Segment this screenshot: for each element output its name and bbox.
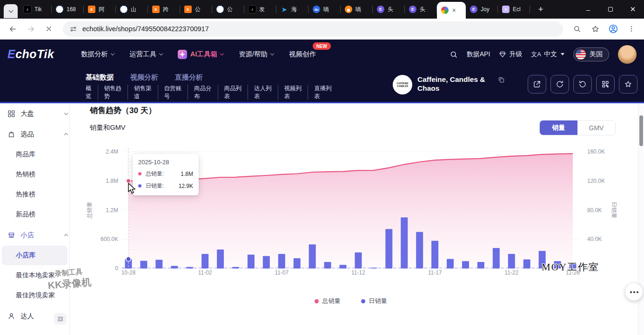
minimize-button[interactable]: – bbox=[577, 0, 599, 19]
subnav-item[interactable]: 商品列表 bbox=[218, 85, 248, 100]
daily-sales-bar[interactable] bbox=[401, 217, 408, 268]
subnav-item[interactable]: 商品分布 bbox=[188, 85, 218, 100]
browser-tab[interactable]: E头 bbox=[373, 0, 405, 19]
browser-tab[interactable]: E阿 bbox=[84, 0, 116, 19]
bookmark-button[interactable] bbox=[587, 21, 603, 37]
close-button[interactable]: ✕ bbox=[622, 0, 644, 19]
tab-视频分析[interactable]: 视频分析 bbox=[130, 73, 158, 82]
browser-tab[interactable]: 嘀 bbox=[341, 0, 373, 19]
legend-item-总销量[interactable]: 总销量 bbox=[315, 297, 341, 305]
zoom-button[interactable] bbox=[569, 21, 585, 37]
daily-sales-bar[interactable] bbox=[416, 232, 423, 268]
region-selector[interactable]: 美国 bbox=[573, 47, 609, 61]
browser-tab[interactable]: ✕ bbox=[437, 2, 466, 19]
user-avatar[interactable] bbox=[618, 45, 637, 64]
browser-tab[interactable]: du嘀 bbox=[309, 0, 341, 19]
daily-sales-bar[interactable] bbox=[385, 229, 392, 268]
sidebar-item-选品[interactable]: 选品 bbox=[0, 124, 76, 144]
subnav-item[interactable]: 达人列表 bbox=[248, 85, 278, 100]
daily-sales-bar[interactable] bbox=[140, 261, 147, 268]
tab-基础数据[interactable]: 基础数据 bbox=[86, 73, 114, 82]
data-api-link[interactable]: 数据API bbox=[467, 50, 490, 59]
sidebar-collapse-button[interactable] bbox=[54, 313, 67, 325]
browser-tab[interactable]: EJoy bbox=[466, 0, 498, 19]
daily-sales-bar[interactable] bbox=[186, 267, 193, 268]
url-text[interactable]: echotik.live/shops/7495500842223700917 bbox=[82, 25, 209, 33]
daily-sales-bar[interactable] bbox=[370, 268, 377, 268]
favorite-button[interactable] bbox=[619, 75, 637, 94]
daily-sales-bar[interactable] bbox=[324, 262, 331, 268]
tab-直播分析[interactable]: 直播分析 bbox=[175, 73, 203, 82]
nav-item[interactable]: AI工具箱 bbox=[178, 50, 223, 59]
daily-sales-bar[interactable] bbox=[232, 267, 239, 268]
tab-search-button[interactable] bbox=[4, 4, 18, 18]
daily-sales-bar[interactable] bbox=[201, 254, 208, 268]
sidebar-item-小店[interactable]: 小店 bbox=[0, 225, 76, 245]
browser-tab[interactable]: 公 bbox=[212, 0, 244, 19]
daily-sales-bar[interactable] bbox=[309, 244, 316, 268]
browser-tab[interactable]: ♪Tik bbox=[20, 0, 52, 19]
more-actions-button[interactable] bbox=[625, 283, 643, 301]
daily-sales-bar[interactable] bbox=[447, 259, 454, 268]
stop-loading-button[interactable] bbox=[41, 21, 57, 37]
subnav-item[interactable]: 销售趋势 bbox=[98, 85, 128, 100]
scrollbar-thumb[interactable] bbox=[639, 115, 643, 146]
browser-tab[interactable]: ◊Ecl bbox=[498, 0, 530, 19]
site-info-icon[interactable] bbox=[69, 25, 77, 33]
language-selector[interactable]: 文A中文 bbox=[531, 50, 564, 59]
subnav-item[interactable]: 自营账号 bbox=[158, 85, 188, 100]
daily-sales-bar[interactable] bbox=[248, 255, 255, 268]
forward-button[interactable] bbox=[23, 21, 39, 37]
daily-sales-bar[interactable] bbox=[523, 259, 530, 268]
page-scrollbar[interactable] bbox=[638, 103, 644, 335]
nav-item[interactable]: 视频创作NEW bbox=[289, 50, 316, 59]
daily-sales-bar[interactable] bbox=[263, 256, 270, 268]
refresh-button[interactable] bbox=[550, 75, 569, 94]
qr-code-button[interactable] bbox=[596, 75, 615, 94]
daily-sales-bar[interactable] bbox=[462, 261, 469, 268]
sidebar-item-热销榜[interactable]: 热销榜 bbox=[0, 165, 76, 184]
browser-tab[interactable]: E跨 bbox=[148, 0, 180, 19]
header-search-button[interactable] bbox=[449, 50, 458, 59]
sync-button[interactable] bbox=[573, 75, 592, 94]
daily-sales-bar[interactable] bbox=[493, 248, 500, 268]
browser-tab[interactable]: E头 bbox=[405, 0, 437, 19]
maximize-button[interactable] bbox=[599, 0, 622, 19]
daily-sales-bar[interactable] bbox=[217, 249, 224, 268]
sidebar-item-大盘[interactable]: 大盘 bbox=[0, 103, 76, 124]
subnav-item[interactable]: 概览 bbox=[86, 85, 98, 100]
sidebar-item-商品库[interactable]: 商品库 bbox=[0, 145, 76, 164]
sidebar-item-热推榜[interactable]: 热推榜 bbox=[0, 185, 76, 204]
browser-tab[interactable]: E公 bbox=[180, 0, 212, 19]
browser-tab[interactable]: ➤海 bbox=[276, 0, 309, 19]
daily-sales-bar[interactable] bbox=[294, 258, 301, 268]
sidebar-item-新品榜[interactable]: 新品榜 bbox=[0, 205, 76, 224]
daily-sales-bar[interactable] bbox=[477, 262, 484, 268]
daily-sales-bar[interactable] bbox=[171, 266, 178, 268]
close-tab-icon[interactable]: ✕ bbox=[452, 7, 456, 13]
daily-sales-bar[interactable] bbox=[508, 254, 515, 268]
daily-sales-bar[interactable] bbox=[431, 241, 438, 268]
legend-item-日销量[interactable]: 日销量 bbox=[361, 297, 387, 305]
copy-shop-name-button[interactable] bbox=[498, 76, 505, 85]
back-button[interactable] bbox=[5, 21, 20, 37]
nav-item[interactable]: 数据分析 bbox=[81, 50, 114, 59]
browser-tab[interactable]: ♪发 bbox=[244, 0, 276, 19]
echotik-logo[interactable]: EchoTik bbox=[7, 47, 81, 61]
subnav-item[interactable]: 直播列表 bbox=[308, 85, 338, 100]
subnav-item[interactable]: 销售渠道 bbox=[127, 85, 158, 100]
address-bar[interactable]: echotik.live/shops/7495500842223700917 bbox=[63, 21, 563, 37]
subnav-item[interactable]: 视频列表 bbox=[278, 85, 308, 100]
toggle-gmv-button[interactable]: GMV bbox=[577, 121, 615, 135]
toggle-sales-button[interactable]: 销量 bbox=[540, 121, 577, 135]
daily-sales-bar[interactable] bbox=[340, 265, 347, 268]
open-external-button[interactable] bbox=[528, 75, 546, 94]
browser-menu-button[interactable] bbox=[624, 21, 639, 37]
profile-button[interactable] bbox=[605, 21, 621, 37]
nav-item[interactable]: 运营工具 bbox=[129, 50, 162, 59]
sidebar-item-小店库[interactable]: 小店库 bbox=[2, 246, 67, 265]
new-tab-button[interactable]: + bbox=[534, 2, 548, 16]
daily-sales-bar[interactable] bbox=[155, 260, 162, 268]
browser-tab[interactable]: 168 bbox=[52, 0, 84, 19]
browser-tab[interactable]: 山 bbox=[116, 0, 148, 19]
